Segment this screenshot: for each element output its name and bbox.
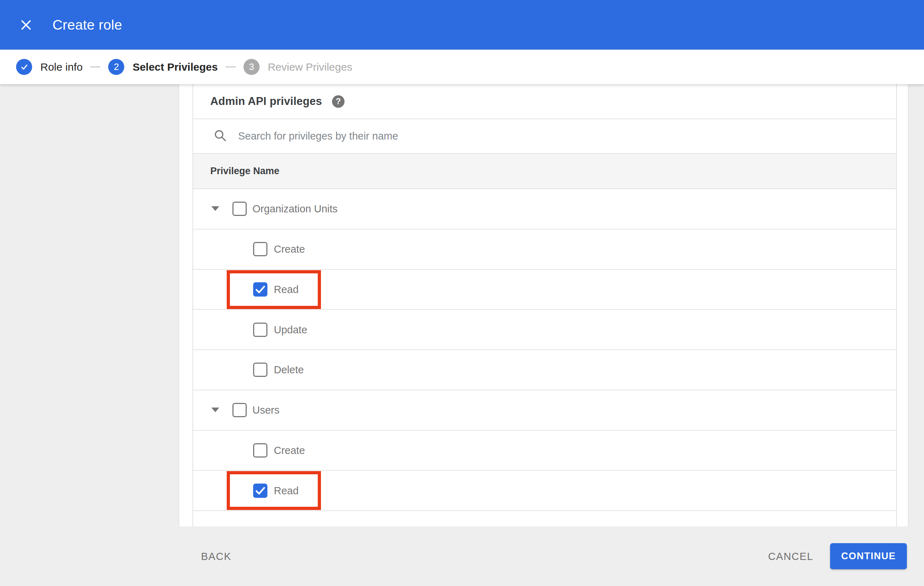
privilege-label: Update — [274, 324, 307, 336]
step-role-info[interactable]: Role info — [16, 59, 82, 75]
privilege-label: Delete — [274, 364, 304, 376]
step-select-privileges[interactable]: 2 Select Privileges — [108, 59, 218, 75]
step-label: Select Privileges — [132, 61, 218, 73]
privilege-label: Users — [252, 404, 280, 416]
panel-title: Admin API privileges — [210, 95, 322, 108]
privilege-checkbox[interactable] — [253, 323, 267, 337]
step-label: Role info — [40, 61, 82, 73]
privilege-label: Create — [274, 444, 305, 456]
dialog-footer: BACK CANCEL CONTINUE — [0, 527, 924, 586]
continue-button[interactable]: CONTINUE — [830, 543, 907, 569]
privilege-row: Delete — [193, 350, 896, 390]
privilege-checkbox[interactable] — [233, 403, 247, 417]
privilege-checkbox-checked[interactable] — [253, 484, 267, 498]
help-icon[interactable]: ? — [332, 95, 345, 108]
step-number-badge: 3 — [244, 59, 259, 75]
privilege-label: Create — [274, 244, 305, 255]
table-header-row: Privilege Name — [193, 154, 896, 189]
privilege-row: Update — [193, 310, 896, 350]
column-header-privilege-name: Privilege Name — [210, 166, 280, 177]
dialog-header: Create role — [0, 0, 924, 49]
step-connector — [90, 66, 100, 67]
step-label: Review Privileges — [268, 61, 352, 73]
privilege-label: Read — [274, 283, 299, 295]
privilege-checkbox[interactable] — [253, 362, 267, 377]
privilege-rows: Organization UnitsCreateReadUpdateDelete… — [193, 189, 896, 511]
wizard-stepper: Role info 2 Select Privileges 3 Review P… — [0, 49, 924, 84]
privilege-label: Organization Units — [252, 203, 338, 215]
privilege-checkbox[interactable] — [233, 202, 247, 216]
search-input[interactable] — [238, 126, 896, 147]
collapse-arrow-icon[interactable] — [211, 408, 219, 412]
dialog-title: Create role — [53, 17, 122, 33]
step-review-privileges[interactable]: 3 Review Privileges — [244, 59, 352, 75]
privilege-row: Read — [193, 270, 896, 310]
privilege-row: Create — [193, 229, 896, 270]
admin-api-privileges-panel: Admin API privileges ? Privilege Name — [193, 84, 897, 527]
step-number-badge: 2 — [108, 59, 124, 75]
step-connector — [226, 66, 236, 67]
privilege-checkbox-checked[interactable] — [253, 282, 267, 296]
create-role-dialog: Create role Role info 2 Select Privilege… — [0, 0, 924, 586]
back-button[interactable]: BACK — [198, 544, 235, 568]
privilege-row: Create — [193, 431, 896, 471]
privilege-checkbox[interactable] — [253, 443, 267, 458]
close-icon[interactable] — [16, 15, 36, 35]
cancel-button[interactable]: CANCEL — [764, 544, 817, 568]
privilege-label: Read — [274, 485, 299, 496]
step-complete-check-icon — [16, 59, 32, 75]
panel-header: Admin API privileges ? — [193, 84, 896, 119]
dialog-body: Admin API privileges ? Privilege Name — [0, 84, 924, 527]
privilege-checkbox[interactable] — [253, 242, 267, 256]
content-card: Admin API privileges ? Privilege Name — [178, 84, 909, 527]
collapse-arrow-icon[interactable] — [211, 206, 219, 211]
privilege-row: Read — [193, 471, 896, 511]
search-icon — [213, 128, 228, 144]
privilege-row: Users — [193, 390, 896, 431]
privilege-row: Organization Units — [193, 189, 896, 229]
privilege-search-row — [193, 119, 896, 154]
